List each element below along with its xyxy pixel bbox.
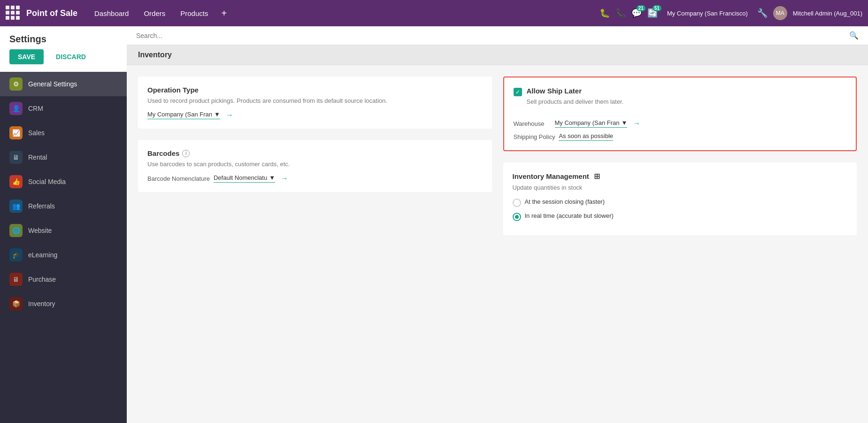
main-layout: Settings SAVE DISCARD ⚙ General Settings… (0, 26, 868, 423)
sidebar-item-label: Rental (28, 154, 47, 161)
refresh-badge: 51 (653, 5, 661, 11)
allow-ship-later-block: Allow Ship Later Sell products and deliv… (503, 77, 857, 151)
user-name: Mitchell Admin (Aug_001) (793, 10, 862, 17)
warehouse-label: Warehouse (514, 120, 551, 127)
sidebar-item-rental[interactable]: 🖥 Rental (0, 145, 127, 169)
barcode-nomenclature-select[interactable]: Default Nomenclatu ▼ (214, 174, 275, 183)
top-nav: Point of Sale Dashboard Orders Products … (0, 0, 868, 26)
app-name: Point of Sale (26, 8, 77, 18)
nav-orders[interactable]: Orders (138, 7, 171, 20)
sidebar-item-label: Social Media (28, 178, 66, 185)
radio-real-time-btn[interactable] (513, 213, 521, 221)
sidebar-item-label: Sales (28, 129, 45, 137)
sidebar: Settings SAVE DISCARD ⚙ General Settings… (0, 26, 127, 423)
barcode-nomenclature-value: Default Nomenclatu (214, 174, 267, 181)
warehouse-field-row: Warehouse My Company (San Fran ▼ → (514, 119, 847, 128)
crm-icon: 👤 (9, 102, 23, 115)
sidebar-item-label: General Settings (28, 80, 77, 88)
inventory-management-block: Inventory Management ⊞ Update quantities… (503, 162, 857, 235)
nav-products[interactable]: Products (175, 7, 214, 20)
shipping-policy-select[interactable]: As soon as possible (559, 132, 613, 141)
inventory-management-label: Inventory Management ⊞ (513, 172, 848, 181)
app-grid-icon[interactable] (6, 6, 21, 21)
inventory-management-radio-group: At the session closing (faster) In real … (513, 198, 848, 221)
sidebar-item-social-media[interactable]: 👍 Social Media (0, 169, 127, 194)
shipping-policy-value: As soon as possible (559, 132, 613, 139)
barcode-external-link[interactable]: → (281, 174, 288, 183)
purchase-icon: 🖥 (9, 273, 23, 286)
social-media-icon: 👍 (9, 175, 23, 188)
sidebar-item-sales[interactable]: 📈 Sales (0, 121, 127, 145)
radio-session-closing-btn[interactable] (513, 199, 521, 207)
operation-type-field-row: My Company (San Fran ▼ → (147, 111, 483, 119)
sidebar-item-label: CRM (28, 105, 43, 112)
sidebar-item-crm[interactable]: 👤 CRM (0, 96, 127, 121)
allow-ship-later-checkbox[interactable] (514, 88, 522, 96)
bug-icon-btn[interactable]: 🐛 (599, 8, 610, 18)
sidebar-item-elearning[interactable]: 🎓 eLearning (0, 243, 127, 267)
radio-session-closing: At the session closing (faster) (513, 198, 848, 207)
sidebar-item-label: Inventory (28, 300, 55, 308)
sidebar-item-label: Purchase (28, 276, 56, 283)
settings-content: Inventory Operation Type Used to record … (127, 45, 868, 246)
search-icon[interactable]: 🔍 (849, 31, 859, 40)
inventory-management-grid-icon: ⊞ (594, 172, 600, 181)
barcode-chevron: ▼ (269, 174, 275, 181)
operation-type-select[interactable]: My Company (San Fran ▼ (147, 111, 220, 119)
save-button[interactable]: SAVE (9, 49, 44, 64)
user-avatar[interactable]: MA (773, 6, 787, 20)
operation-type-value: My Company (San Fran (147, 111, 212, 118)
bug-icon: 🐛 (599, 8, 610, 18)
chat-icon-btn[interactable]: 💬 21 (631, 8, 642, 18)
chat-badge: 21 (637, 5, 645, 11)
barcodes-block: Barcodes i Use barcodes to scan products… (138, 140, 492, 192)
warehouse-chevron: ▼ (622, 119, 628, 126)
operation-type-chevron: ▼ (214, 111, 220, 118)
sidebar-item-purchase[interactable]: 🖥 Purchase (0, 267, 127, 292)
inventory-management-desc: Update quantities in stock (513, 184, 848, 192)
barcodes-info-icon[interactable]: i (182, 150, 190, 157)
sidebar-item-label: Referrals (28, 202, 55, 210)
allow-ship-later-checkbox-row: Allow Ship Later Sell products and deliv… (514, 87, 847, 112)
sidebar-item-label: Website (28, 227, 52, 234)
sidebar-item-referrals[interactable]: 👥 Referrals (0, 194, 127, 218)
warehouse-external-link[interactable]: → (633, 119, 640, 128)
phone-icon-btn[interactable]: 📞 (615, 8, 626, 18)
radio-real-time-label: In real time (accurate but slower) (525, 212, 614, 220)
settings-grid: Operation Type Used to record product pi… (127, 65, 868, 246)
warehouse-value: My Company (San Fran (555, 119, 620, 126)
warehouse-select[interactable]: My Company (San Fran ▼ (555, 119, 628, 128)
discard-button[interactable]: DISCARD (47, 49, 94, 64)
content-area: 🔍 Inventory Operation Type Used to recor… (127, 26, 868, 423)
search-bar: 🔍 (127, 26, 868, 45)
sidebar-item-general-settings[interactable]: ⚙ General Settings (0, 72, 127, 96)
nav-add-button[interactable]: + (217, 8, 230, 19)
sidebar-item-website[interactable]: 🌐 Website (0, 218, 127, 243)
operation-type-desc: Used to record product pickings. Product… (147, 97, 483, 105)
allow-ship-later-desc: Sell products and deliver them later. (527, 98, 624, 106)
allow-ship-later-label: Allow Ship Later (527, 87, 624, 95)
section-header-inventory: Inventory (127, 45, 868, 65)
radio-real-time: In real time (accurate but slower) (513, 212, 848, 221)
barcodes-label: Barcodes i (147, 149, 483, 157)
refresh-icon-btn[interactable]: 🔄 51 (647, 8, 658, 18)
general-settings-icon: ⚙ (9, 77, 23, 91)
settings-wrench-icon[interactable]: 🔧 (757, 8, 768, 18)
sales-icon: 📈 (9, 126, 23, 139)
nav-dashboard[interactable]: Dashboard (89, 7, 134, 20)
sidebar-header: Settings SAVE DISCARD (0, 26, 127, 72)
company-name: My Company (San Francisco) (667, 10, 748, 17)
phone-icon: 📞 (615, 8, 626, 18)
left-column: Operation Type Used to record product pi… (138, 77, 492, 235)
action-buttons: SAVE DISCARD (9, 49, 117, 67)
settings-page-title: Settings (9, 34, 117, 45)
shipping-policy-label: Shipping Policy (514, 133, 555, 140)
sidebar-item-inventory[interactable]: 📦 Inventory (0, 292, 127, 316)
operation-type-block: Operation Type Used to record product pi… (138, 77, 492, 129)
operation-type-label: Operation Type (147, 86, 483, 94)
operation-type-external-link[interactable]: → (226, 111, 233, 119)
shipping-policy-field-row: Shipping Policy As soon as possible (514, 132, 847, 141)
search-input[interactable] (136, 32, 849, 39)
barcodes-field-row: Barcode Nomenclature Default Nomenclatu … (147, 174, 483, 183)
website-icon: 🌐 (9, 224, 23, 237)
